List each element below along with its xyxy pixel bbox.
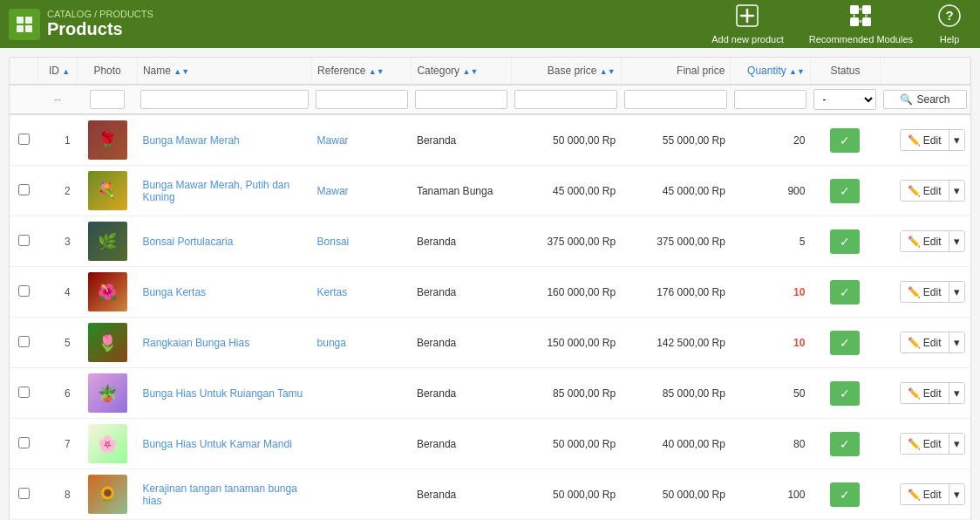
edit-label: Edit	[923, 387, 942, 400]
status-toggle-button[interactable]: ✓	[830, 229, 860, 254]
product-reference-link[interactable]: Mawar	[317, 134, 349, 147]
edit-dropdown-button[interactable]: ▾	[949, 231, 964, 251]
product-quantity: 80	[793, 438, 805, 450]
product-name-link[interactable]: Bunga Hias Untuk Kamar Mandi	[142, 438, 291, 450]
filter-photo-input[interactable]	[90, 90, 125, 109]
row-checkbox[interactable]	[18, 285, 30, 297]
filter-reference-input[interactable]	[316, 90, 408, 109]
edit-dropdown-button[interactable]: ▾	[949, 383, 964, 403]
products-table-container: ID ▲ Photo Name ▲▼ Reference ▲▼	[9, 57, 971, 520]
status-toggle-button[interactable]: ✓	[830, 179, 860, 203]
col-header-name[interactable]: Name ▲▼	[137, 58, 311, 85]
search-icon: 🔍	[900, 93, 913, 106]
col-header-base-price[interactable]: Base price ▲▼	[511, 58, 621, 85]
col-name-label: Name	[143, 65, 171, 77]
filter-status-select[interactable]: - Enabled Disabled	[813, 89, 876, 110]
filter-category-input[interactable]	[415, 90, 507, 109]
svg-rect-2	[17, 25, 24, 32]
row-checkbox[interactable]	[18, 336, 30, 347]
row-final-price: 85 000,00 Rp	[621, 368, 731, 419]
status-toggle-button[interactable]: ✓	[830, 128, 860, 153]
row-checkbox[interactable]	[18, 184, 30, 195]
status-toggle-button[interactable]: ✓	[830, 432, 860, 456]
edit-dropdown-button[interactable]: ▾	[949, 434, 964, 454]
product-name-link[interactable]: Rangkaian Bunga Hias	[142, 337, 249, 349]
add-product-button[interactable]: Add new product	[701, 0, 794, 49]
edit-dropdown-button[interactable]: ▾	[949, 484, 964, 504]
edit-btn-group: ✏️ Edit ▾	[900, 230, 965, 252]
product-reference-link[interactable]: bunga	[317, 337, 346, 349]
edit-dropdown-button[interactable]: ▾	[949, 181, 964, 201]
product-name-link[interactable]: Bonsai Portulacaria	[142, 236, 233, 248]
filter-category-cell	[412, 85, 511, 114]
edit-button[interactable]: ✏️ Edit	[901, 130, 949, 150]
table-row: 2 💐 Bunga Mawar Merah, Putih dan Kuning …	[10, 166, 970, 216]
row-final-price: 40 000,00 Rp	[621, 419, 731, 469]
edit-button[interactable]: ✏️ Edit	[901, 434, 949, 454]
status-toggle-button[interactable]: ✓	[830, 331, 860, 355]
edit-btn-group: ✏️ Edit ▾	[900, 332, 965, 353]
row-checkbox[interactable]	[18, 488, 30, 499]
status-toggle-button[interactable]: ✓	[830, 381, 860, 406]
filter-name-cell	[137, 85, 311, 114]
filter-base-price-input[interactable]	[514, 90, 617, 109]
status-toggle-button[interactable]: ✓	[830, 482, 860, 507]
recommended-modules-button[interactable]: Recommended Modules	[799, 0, 923, 49]
row-quantity: 80	[731, 419, 811, 469]
product-reference-link[interactable]: Mawar	[317, 185, 349, 197]
table-row: 5 🌷 Rangkaian Bunga Hias bunga Beranda 1…	[10, 318, 970, 368]
row-status: ✓	[810, 114, 880, 166]
edit-button[interactable]: ✏️ Edit	[901, 332, 949, 352]
status-toggle-button[interactable]: ✓	[830, 280, 860, 304]
product-name-link[interactable]: Bunga Hias Untuk Ruiangan Tamu	[142, 387, 303, 400]
product-category: Beranda	[417, 489, 456, 501]
search-button[interactable]: 🔍 Search	[883, 90, 966, 109]
product-name-link[interactable]: Kerajinan tangan tanaman bunga hias	[142, 482, 296, 507]
row-checkbox[interactable]	[18, 235, 30, 246]
row-checkbox[interactable]	[18, 133, 30, 145]
filter-quantity-input[interactable]	[734, 90, 807, 109]
filter-final-price-input[interactable]	[624, 90, 727, 109]
row-quantity: 10	[731, 267, 811, 318]
col-category-label: Category	[417, 65, 459, 77]
edit-dropdown-button[interactable]: ▾	[949, 282, 964, 302]
product-quantity: 50	[793, 387, 805, 400]
recommended-modules-label: Recommended Modules	[809, 34, 913, 44]
row-id: 6	[37, 368, 78, 419]
row-final-price: 45 000,00 Rp	[621, 166, 731, 216]
col-header-quantity[interactable]: Quantity ▲▼	[731, 58, 811, 85]
row-status: ✓	[810, 216, 880, 267]
filter-search-cell: 🔍 Search	[880, 85, 970, 114]
edit-button[interactable]: ✏️ Edit	[901, 231, 949, 251]
edit-button[interactable]: ✏️ Edit	[901, 383, 949, 403]
top-header: CATALOG / PRODUCTS Products Add new prod…	[0, 0, 980, 48]
product-base-price: 45 000,00 Rp	[553, 185, 616, 197]
product-reference-link[interactable]: Kertas	[317, 286, 348, 298]
product-photo-thumb: 🌻	[88, 475, 127, 514]
col-header-reference[interactable]: Reference ▲▼	[312, 58, 412, 85]
row-photo: 🌿	[78, 216, 138, 267]
edit-dropdown-button[interactable]: ▾	[949, 130, 964, 150]
product-reference-link[interactable]: Bonsai	[317, 236, 350, 248]
row-name: Bunga Mawar Merah	[137, 114, 311, 166]
col-header-category[interactable]: Category ▲▼	[412, 58, 511, 85]
col-header-id[interactable]: ID ▲	[37, 58, 78, 85]
col-header-status: Status	[810, 58, 880, 85]
row-photo: 🌺	[78, 267, 138, 318]
product-name-link[interactable]: Bunga Mawar Merah	[142, 134, 239, 147]
row-actions: ✏️ Edit ▾	[880, 419, 970, 469]
row-final-price: 142 500,00 Rp	[621, 318, 731, 368]
product-base-price: 50 000,00 Rp	[553, 134, 616, 147]
edit-dropdown-button[interactable]: ▾	[949, 332, 964, 352]
row-checkbox[interactable]	[18, 387, 30, 398]
product-name-link[interactable]: Bunga Kertas	[142, 286, 206, 298]
product-name-link[interactable]: Bunga Mawar Merah, Putih dan Kuning	[142, 179, 289, 203]
row-status: ✓	[810, 419, 880, 469]
help-button[interactable]: ? Help	[928, 0, 971, 49]
edit-button[interactable]: ✏️ Edit	[901, 484, 949, 504]
edit-button[interactable]: ✏️ Edit	[901, 181, 949, 201]
product-base-price: 160 000,00 Rp	[547, 286, 616, 298]
row-checkbox[interactable]	[18, 437, 30, 448]
edit-button[interactable]: ✏️ Edit	[901, 282, 949, 302]
filter-name-input[interactable]	[140, 90, 308, 109]
